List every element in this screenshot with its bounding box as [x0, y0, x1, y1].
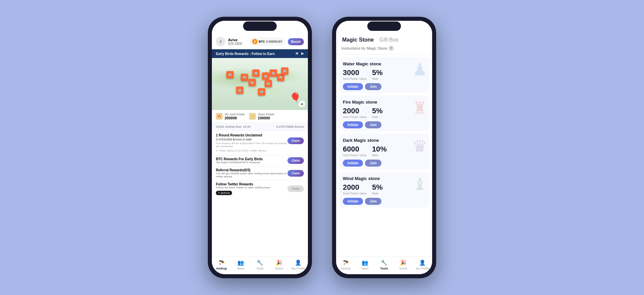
p2-nav-profile[interactable]: 👤 My Profile — [413, 259, 432, 270]
phone-2: Magic Stone Gift Box Instructions for Ma… — [332, 17, 436, 278]
water-magic-card: Water Magic stone 3000 Soul Power Value … — [339, 57, 429, 93]
fire-join-button[interactable]: Join — [365, 121, 381, 128]
twitter-badge[interactable]: 𝕏 @Avive — [216, 191, 232, 195]
referral-sub: You will get 100000 power after inviting… — [216, 172, 287, 178]
wind-figure — [412, 174, 427, 194]
rewards-claim-row: 1 Round Rewards Unclaimed 0.47541008 $Av… — [216, 133, 304, 148]
team-nav-label: Team — [237, 267, 244, 270]
team-power: ⚡ Team Power 100000 — [249, 113, 275, 120]
map-area: 🏢 🏢 🏢 🏢 🏢 🏢 🏢 🏢 🏢 🏢 🏢 🎈 ⊕ — [212, 58, 308, 110]
twitter-sub: Follow the Avive Twitter to claim 10000 … — [216, 186, 270, 189]
water-initiate-button[interactable]: Initiate — [343, 83, 363, 90]
map-pin: 🏢 — [241, 74, 248, 81]
btc-rewards-sub: Get Daily 0.000000067BTC Rewards — [216, 161, 263, 164]
team-nav-icon: 👥 — [237, 259, 244, 266]
my-soul-power: 🔥 My Soul Power 200000 — [216, 113, 245, 120]
close-icon[interactable]: ✕ — [295, 51, 298, 56]
airdrop-nav-icon: 🪂 — [218, 259, 225, 266]
referral-info: Referral Rewards(0/3) You will get 10000… — [216, 168, 287, 178]
map-pin: 🏢 — [270, 69, 277, 77]
dark-soul-label: Soul Power Value — [343, 154, 367, 157]
btc-rewards-section: BTC Rewards For Early Birds Get Daily 0.… — [212, 155, 308, 166]
nav-item-team[interactable]: 👥 Team — [231, 259, 250, 270]
nav-item-airdrop[interactable]: 🪂 Airdrop — [212, 259, 231, 270]
p2-airdrop-icon: 🪂 — [342, 259, 349, 266]
user-balance: 429.2808 — [228, 42, 247, 46]
dark-magic-card: Dark Magic stone 6000 Soul Power Value 1… — [339, 134, 429, 169]
boost-button[interactable]: Boost — [288, 38, 304, 45]
wind-soul-value: 2000 — [343, 183, 367, 192]
my-soul-value: 200000 — [225, 116, 245, 120]
nav-item-profile[interactable]: 👤 My Profile — [289, 259, 308, 270]
twitter-claim-button[interactable]: Claim — [287, 185, 304, 192]
wind-actions: Initiate Join — [343, 198, 425, 205]
referral-row: Referral Rewards(0/3) You will get 10000… — [216, 168, 304, 178]
share-icon[interactable]: ➤ — [301, 51, 304, 56]
phone-2-screen: Magic Stone Gift Box Instructions for Ma… — [336, 21, 432, 274]
airdrop-round-time: #1001 Airdrop time: 15:00 — [216, 125, 250, 128]
water-soul-value: 3000 — [343, 68, 367, 77]
my-soul-info: My Soul Power 200000 — [225, 113, 245, 120]
dark-actions: Initiate Join — [343, 160, 425, 167]
fire-soul-label: Soul Power Value — [343, 115, 367, 119]
phone-2-bottom-nav: 🪂 Airdrop 👥 Team 🔧 Tools 🎉 Event 👤 My Pr… — [336, 256, 432, 274]
map-pin: 🏢 — [248, 79, 256, 86]
btc-rewards-row: BTC Rewards For Early Birds Get Daily 0.… — [216, 157, 304, 164]
wind-magic-card: Wind Magic stone 2000 Soul Power Value 5… — [339, 172, 429, 208]
map-pin: 🏢 — [258, 88, 265, 96]
rewards-amount: 0.47541008 $Avive in total — [216, 138, 287, 141]
water-soul-stat: 3000 Soul Power Value — [343, 68, 367, 80]
map-pin: 🏢 — [281, 67, 288, 75]
dark-rate-value: 10% — [372, 145, 387, 154]
dark-initiate-button[interactable]: Initiate — [343, 160, 363, 167]
referral-title: Referral Rewards(0/3) — [216, 168, 287, 172]
history-amount: 0.5867 $Avive — [249, 149, 267, 152]
p2-profile-label: My Profile — [416, 267, 429, 270]
fire-rate-value: 5% — [372, 107, 383, 115]
nav-item-event[interactable]: 🎉 Event — [270, 259, 289, 270]
early-birds-banner: Early Birds Rewards : Follow to Earn ✕ ➤ — [212, 49, 308, 58]
p2-team-icon: 👥 — [362, 259, 368, 266]
referral-claim-button[interactable]: Claim — [287, 170, 304, 177]
team-power-label: Team Power — [258, 113, 275, 116]
dark-figure — [412, 136, 427, 156]
water-actions: Initiate Join — [343, 83, 425, 90]
soul-icon: 🔥 — [216, 113, 223, 120]
wind-initiate-button[interactable]: Initiate — [343, 198, 363, 205]
btc-rewards-claim-button[interactable]: Claim — [287, 157, 304, 164]
fire-rate-stat: 5% Rate — [372, 107, 383, 119]
dark-join-button[interactable]: Join — [365, 160, 381, 167]
fire-rate-label: Rate — [372, 115, 383, 119]
phone-1: A Avive 429.2808 ₿ BTC 0.00005187 Boost … — [208, 17, 312, 278]
map-pin: 🏢 — [265, 80, 272, 87]
tools-nav-label: Tools — [257, 267, 264, 270]
nav-item-tools[interactable]: 🔧 Tools — [250, 259, 269, 270]
username: Avive — [228, 38, 247, 42]
water-rate-stat: 5% Rate — [372, 68, 383, 80]
tab-gift-box[interactable]: Gift Box — [379, 37, 399, 43]
rewards-info: 1 Round Rewards Unclaimed 0.47541008 $Av… — [216, 133, 287, 148]
p2-nav-event[interactable]: 🎉 Event — [394, 259, 413, 270]
event-nav-icon: 🎉 — [276, 259, 282, 266]
water-join-button[interactable]: Join — [365, 83, 381, 90]
magic-cards-container: Water Magic stone 3000 Soul Power Value … — [336, 55, 432, 256]
fire-initiate-button[interactable]: Initiate — [343, 121, 363, 128]
rewards-title: 1 Round Rewards Unclaimed — [216, 133, 287, 137]
map-pin: 🏢 — [226, 71, 234, 78]
referral-section: Referral Rewards(0/3) You will get 10000… — [212, 166, 308, 180]
fire-soul-value: 2000 — [343, 107, 367, 115]
map-nav-button[interactable]: ⊕ — [298, 101, 305, 107]
p2-nav-tools[interactable]: 🔧 Tools — [374, 259, 394, 270]
help-icon[interactable]: ? — [388, 46, 394, 51]
phone-2-notch — [367, 21, 401, 31]
p2-nav-team[interactable]: 👥 Team — [355, 259, 374, 270]
rewards-claim-button[interactable]: Claim — [287, 137, 304, 144]
twitter-info: Follow Twitter Rewards Follow the Avive … — [216, 182, 270, 195]
fire-figure — [412, 98, 427, 118]
map-pin: 🏢 — [262, 72, 269, 80]
phone-1-screen: A Avive 429.2808 ₿ BTC 0.00005187 Boost … — [212, 21, 308, 274]
wind-join-button[interactable]: Join — [365, 198, 381, 205]
p2-nav-airdrop[interactable]: 🪂 Airdrop — [336, 259, 355, 270]
phone-2-subtitle: Instructions for Magic Stone ? — [341, 46, 427, 51]
tab-magic-stone[interactable]: Magic Stone — [341, 37, 374, 43]
